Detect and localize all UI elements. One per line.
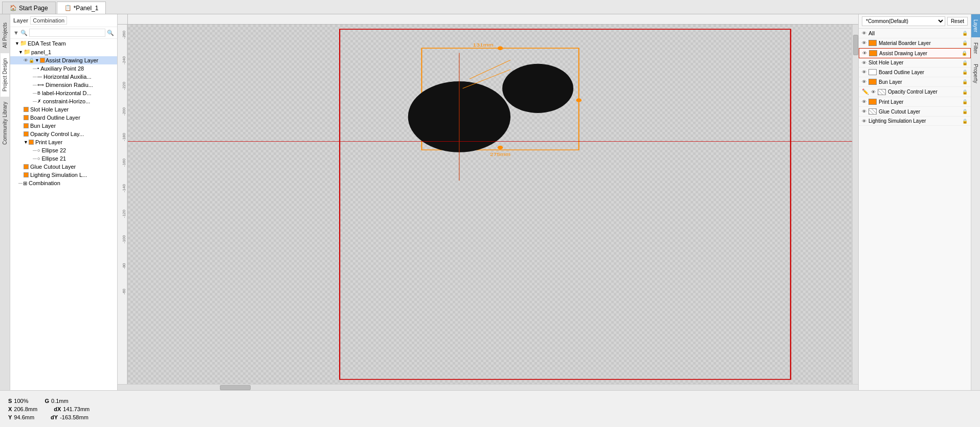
g-value: 0.1mm bbox=[51, 398, 69, 404]
tree-item-ellipse22[interactable]: ○ Ellipse 22 bbox=[10, 146, 117, 154]
eye-icon[interactable]: 👁 bbox=[862, 40, 866, 46]
dx-label: dX bbox=[54, 406, 61, 412]
tree-label-board-outline: Board Outline Layer bbox=[30, 115, 80, 121]
expand-icon: ▼ bbox=[35, 58, 39, 63]
layer-row-print[interactable]: 👁 Print Layer 🔒 bbox=[859, 97, 971, 107]
search-button[interactable]: 🔍 bbox=[107, 30, 114, 36]
tree-item-label-horizontal[interactable]: B label-Horizontal D... bbox=[10, 89, 117, 97]
eye-icon[interactable]: 👁 bbox=[862, 79, 866, 84]
tree-item-bun-layer[interactable]: Bun Layer bbox=[10, 122, 117, 130]
filter-icon[interactable]: ▼ bbox=[13, 30, 19, 36]
svg-text:-120: -120 bbox=[122, 209, 126, 218]
tree-item-glue-cutout[interactable]: Glue Cutout Layer bbox=[10, 163, 117, 171]
eye-icon[interactable]: 👁 bbox=[871, 89, 876, 95]
ruler-vertical: -260 -240 -220 -200 -180 -160 -140 -120 … bbox=[118, 25, 128, 384]
eye-icon[interactable]: 👁 bbox=[862, 99, 866, 104]
layer-row-material-boarder[interactable]: 👁 Material Boarder Layer 🔒 bbox=[859, 38, 971, 48]
tree-item-slot-hole[interactable]: Slot Hole Layer bbox=[10, 105, 117, 114]
lock-icon[interactable]: 🔒 bbox=[962, 31, 968, 36]
layer-label-glue-cutout: Glue Cutout Layer bbox=[879, 109, 960, 115]
right-vtab-property[interactable]: Property bbox=[971, 59, 980, 88]
tree-item-ellipse21[interactable]: ○ Ellipse 21 bbox=[10, 154, 117, 163]
lock-icon[interactable]: 🔒 bbox=[962, 60, 968, 65]
tree-item-panel1[interactable]: ▼ 📁 panel_1 bbox=[10, 48, 117, 56]
right-vtabs-panel: Layer Filter Property bbox=[971, 14, 980, 390]
layer-row-slot-hole[interactable]: 👁 Slot Hole Layer 🔒 bbox=[859, 58, 971, 68]
tree-item-board-outline[interactable]: Board Outline Layer bbox=[10, 114, 117, 122]
home-icon: 🏠 bbox=[10, 5, 17, 11]
eye-icon[interactable]: 👁 bbox=[862, 60, 866, 65]
eye-icon[interactable]: 👁 bbox=[862, 119, 866, 124]
eye-icon[interactable]: 👁 bbox=[862, 31, 866, 36]
svg-text:-220: -220 bbox=[122, 81, 126, 90]
tree-item-lighting-sim[interactable]: Lighting Simulation L... bbox=[10, 171, 117, 179]
status-bar: S 100% G 0.1mm X 206.8mm dX 141.73mm Y 9… bbox=[0, 390, 980, 427]
tree-item-opacity-control[interactable]: Opacity Control Lay... bbox=[10, 130, 117, 138]
canvas-scrollbar-h[interactable] bbox=[118, 384, 858, 390]
ruler-horizontal: -80 -60 -40 -20 0 20 40 60 80 100 120 14… bbox=[118, 14, 858, 25]
left-vtab-all-projects[interactable]: All Projects bbox=[1, 17, 9, 53]
tree-item-auxiliary-point[interactable]: • Auxiliary Point 28 bbox=[10, 64, 117, 73]
lock-icon[interactable]: 🔒 bbox=[29, 58, 34, 63]
svg-text:275mm: 275mm bbox=[490, 152, 510, 157]
canvas-scrollbar-v[interactable] bbox=[852, 25, 858, 384]
lock-icon[interactable]: 🔒 bbox=[962, 40, 968, 46]
tree-item-dimension-radius[interactable]: ⟺ Dimension Radiu... bbox=[10, 81, 117, 89]
tree-label-opacity-ctrl: Opacity Control Lay... bbox=[30, 131, 84, 137]
layer-panel-label: Layer bbox=[13, 17, 28, 24]
eye-icon[interactable]: 👁 bbox=[24, 58, 28, 63]
y-value: 94.6mm bbox=[14, 414, 34, 420]
eye-icon[interactable]: 👁 bbox=[862, 109, 866, 114]
dx-value: 141.73mm bbox=[63, 406, 90, 412]
layer-row-assist-drawing[interactable]: 👁 Assist Drawing Layer 🔒 bbox=[859, 48, 971, 58]
tree-item-assist-drawing[interactable]: 👁 🔒 ▼ Assist Drawing Layer bbox=[10, 56, 117, 64]
layer-row-bun[interactable]: 👁 Bun Layer 🔒 bbox=[859, 77, 971, 87]
svg-text:131mm: 131mm bbox=[473, 42, 494, 47]
eye-icon[interactable]: 👁 bbox=[862, 51, 867, 56]
layer-row-opacity-control[interactable]: ✏️ 👁 Opacity Control Layer 🔒 bbox=[859, 87, 971, 97]
svg-text:-160: -160 bbox=[122, 158, 126, 167]
y-label: Y bbox=[8, 414, 12, 420]
tree-label-bun: Bun Layer bbox=[30, 123, 56, 129]
layer-row-lighting-sim[interactable]: 👁 Lighting Simulation Layer 🔒 bbox=[859, 117, 971, 126]
layer-label-bun: Bun Layer bbox=[879, 79, 960, 85]
left-vtab-community-library[interactable]: Community Library bbox=[1, 97, 9, 150]
tree-item-horizontal-auxilia[interactable]: — Horizontal Auxilia... bbox=[10, 73, 117, 81]
tree-item-constraint-horizo[interactable]: ✗ constraint-Horizo... bbox=[10, 97, 117, 105]
main-canvas[interactable]: 131mm 275mm bbox=[128, 25, 852, 384]
panel-tab[interactable]: 📋 *Panel_1 bbox=[57, 2, 106, 14]
layer-row-board-outline[interactable]: 👁 Board Outline Layer 🔒 bbox=[859, 68, 971, 77]
expand-icon: ▼ bbox=[18, 50, 23, 55]
lock-icon[interactable]: 🔒 bbox=[962, 51, 967, 56]
layer-label-print: Print Layer bbox=[879, 99, 960, 105]
start-page-tab[interactable]: 🏠 Start Page bbox=[2, 2, 56, 14]
right-vtab-layer[interactable]: Layer bbox=[971, 14, 980, 37]
layer-list: 👁 All 🔒 👁 Material Boarder Layer 🔒 👁 Ass… bbox=[859, 29, 971, 390]
right-vtab-filter[interactable]: Filter bbox=[971, 37, 980, 59]
layer-search-input[interactable] bbox=[29, 29, 105, 37]
search-icon: 🔍 bbox=[20, 30, 28, 36]
tree-label-label-horiz: label-Horizontal D... bbox=[42, 90, 92, 96]
lock-icon[interactable]: 🔒 bbox=[962, 70, 968, 75]
eye-icon[interactable]: 👁 bbox=[862, 70, 866, 75]
svg-text:-260: -260 bbox=[122, 30, 126, 39]
svg-point-57 bbox=[502, 64, 573, 113]
tree-item-eda-test-team[interactable]: ▼ 📁 EDA Test Team bbox=[10, 39, 117, 48]
lock-icon[interactable]: 🔒 bbox=[962, 89, 968, 95]
lock-icon[interactable]: 🔒 bbox=[962, 119, 968, 124]
tree-item-print-layer[interactable]: ▼ Print Layer bbox=[10, 138, 117, 146]
tree-label-eda-test-team: EDA Test Team bbox=[28, 40, 66, 47]
layer-panel: Layer Combination ▼ 🔍 🔍 ▼ 📁 EDA Test Tea… bbox=[10, 14, 118, 390]
lock-icon[interactable]: 🔒 bbox=[962, 79, 968, 84]
layer-label-board-outline: Board Outline Layer bbox=[879, 70, 960, 75]
lock-icon[interactable]: 🔒 bbox=[962, 109, 968, 114]
tree-label-horiz-auxilia: Horizontal Auxilia... bbox=[43, 74, 92, 80]
reset-button[interactable]: Reset bbox=[947, 17, 968, 26]
preset-combo[interactable]: *Common(Default) bbox=[862, 16, 945, 26]
tree-item-combination[interactable]: ⊞ Combination bbox=[10, 179, 117, 187]
lock-icon[interactable]: 🔒 bbox=[962, 99, 968, 104]
left-vtab-project-design[interactable]: Project Design bbox=[1, 53, 9, 97]
layer-row-glue-cutout[interactable]: 👁 Glue Cutout Layer 🔒 bbox=[859, 107, 971, 117]
layer-row-all[interactable]: 👁 All 🔒 bbox=[859, 29, 971, 38]
combination-combo[interactable]: Combination bbox=[30, 16, 67, 25]
